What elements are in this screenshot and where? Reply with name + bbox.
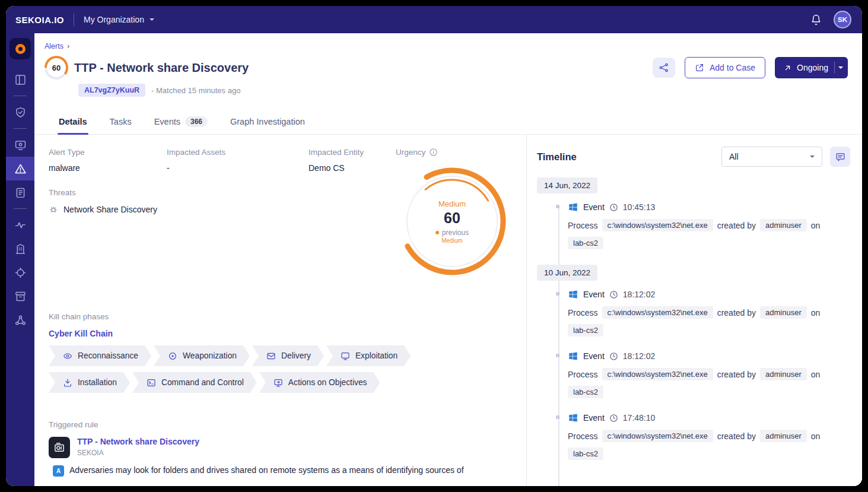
app-window: SEKOIA.IO My Organization SK <box>6 6 862 486</box>
process-label: Process <box>568 431 598 441</box>
sidebar-item-alerts[interactable] <box>6 157 34 180</box>
phase-label: Delivery <box>281 351 311 360</box>
sidebar-item-operations[interactable] <box>6 133 34 157</box>
sidebar-item-organization[interactable] <box>6 237 34 261</box>
on-label: on <box>811 431 821 441</box>
phase-chip-command-and-control[interactable]: Command and Control <box>132 372 257 393</box>
clock-icon <box>609 203 618 212</box>
host-chip[interactable]: lab-cs2 <box>568 324 603 337</box>
triggered-rule-section: Triggered rule TTP - Network share Disco… <box>49 420 512 477</box>
rule-title-link[interactable]: TTP - Network share Discovery <box>77 437 199 446</box>
urgency-widget: Urgency Medium <box>396 148 511 278</box>
chevron-down-icon <box>810 155 815 160</box>
process-path-chip[interactable]: c:\windows\system32\net.exe <box>602 219 713 231</box>
tab-details[interactable]: Details <box>58 111 88 134</box>
user-chip[interactable]: adminuser <box>760 368 807 380</box>
alert-score-value: 60 <box>47 58 66 77</box>
attack-framework-icon: A <box>53 465 64 477</box>
phase-chip-reconnaissance[interactable]: Reconnaissance <box>49 345 151 366</box>
user-chip[interactable]: adminuser <box>760 430 807 442</box>
notifications-bell-icon[interactable] <box>810 14 822 26</box>
sidebar-item-shield[interactable] <box>6 100 34 124</box>
tab-tasks[interactable]: Tasks <box>109 111 133 134</box>
add-to-case-button[interactable]: Add to Case <box>685 57 765 78</box>
topbar-divider <box>74 13 74 26</box>
phase-label: Command and Control <box>161 378 244 387</box>
event-time: 18:12:02 <box>623 351 656 361</box>
crosshair-icon <box>14 266 27 279</box>
windows-icon <box>568 351 578 361</box>
chevron-down-icon <box>150 18 154 23</box>
phase-chip-actions-on-objectives[interactable]: Actions on Objectives <box>259 372 380 393</box>
graph-view-button[interactable] <box>653 58 675 78</box>
sidebar-item-dashboard[interactable] <box>6 68 34 91</box>
urgency-label: Urgency <box>396 148 425 157</box>
host-chip[interactable]: lab-cs2 <box>568 237 603 249</box>
rule-catalog-icon <box>49 437 70 458</box>
process-path-chip[interactable]: c:\windows\system32\net.exe <box>602 368 713 380</box>
user-chip[interactable]: adminuser <box>760 219 807 231</box>
urgency-gauge: Medium 60 previous Medium <box>396 165 508 278</box>
org-selector[interactable]: My Organization <box>84 15 154 24</box>
phase-label: Weaponization <box>183 351 237 360</box>
host-chip[interactable]: lab-cs2 <box>568 447 603 460</box>
phase-chip-exploitation[interactable]: Exploitation <box>326 345 411 366</box>
process-path-chip[interactable]: c:\windows\system32\net.exe <box>602 306 713 319</box>
brand-logo[interactable]: SEKOIA.IO <box>15 15 64 25</box>
user-chip[interactable]: adminuser <box>760 306 807 319</box>
phase-label: Installation <box>78 378 117 387</box>
sekoia-logo-icon[interactable] <box>9 38 31 59</box>
sidebar-divider <box>14 96 27 96</box>
network-nodes-icon <box>14 314 27 326</box>
phase-label: Exploitation <box>355 351 398 360</box>
sidebar-divider <box>14 208 27 209</box>
phase-chip-installation[interactable]: Installation <box>49 372 130 393</box>
breadcrumb-alerts-link[interactable]: Alerts <box>44 42 63 50</box>
timeline-event: Event 10:45:13 Process c:\windows\system… <box>537 202 850 249</box>
events-count-badge: 366 <box>185 116 208 127</box>
created-by-label: created by <box>717 308 756 318</box>
chevron-down-icon[interactable] <box>838 66 843 71</box>
status-label: Ongoing <box>797 63 828 72</box>
alert-type-value: malware <box>49 163 167 173</box>
monitor-icon <box>14 139 27 151</box>
details-panel: Alert Type malware Impacted Assets - Imp… <box>34 135 527 486</box>
alert-id-badge[interactable]: AL7vgZ7yKuuR <box>78 84 145 97</box>
sidebar-item-hunting[interactable] <box>6 261 34 284</box>
host-chip[interactable]: lab-cs2 <box>568 386 603 398</box>
comments-button[interactable] <box>830 147 850 167</box>
tab-events[interactable]: Events 366 <box>153 111 209 134</box>
timeline-title: Timeline <box>537 151 721 163</box>
timeline-dot <box>556 415 559 419</box>
threat-item[interactable]: Network Share Discovery <box>49 205 396 214</box>
event-label: Event <box>583 413 605 423</box>
user-avatar[interactable]: SK <box>834 11 851 28</box>
chevron-right-icon: › <box>67 42 69 50</box>
comment-icon <box>835 152 845 162</box>
status-button[interactable]: Ongoing <box>775 57 848 78</box>
sidebar-item-intelligence[interactable] <box>6 213 34 237</box>
previous-label: previous <box>442 228 469 237</box>
malware-icon <box>49 205 58 214</box>
sidebar-item-cases[interactable] <box>6 180 34 204</box>
phase-chip-weaponization[interactable]: Weaponization <box>154 345 250 366</box>
process-label: Process <box>568 221 598 230</box>
phase-chip-delivery[interactable]: Delivery <box>252 345 324 366</box>
sidebar-item-archive[interactable] <box>6 284 34 308</box>
killchain-name-link[interactable]: Cyber Kill Chain <box>49 329 512 338</box>
impacted-entity-value: Demo CS <box>309 163 396 173</box>
case-arrow-icon <box>695 63 704 72</box>
clock-icon <box>609 352 618 361</box>
info-icon[interactable] <box>429 148 438 157</box>
button-divider <box>834 62 835 74</box>
tab-graph-investigation[interactable]: Graph Investigation <box>229 111 306 134</box>
urgency-value: 60 <box>444 210 460 227</box>
shield-check-icon <box>14 106 27 119</box>
timeline-filter-select[interactable]: All <box>721 147 822 167</box>
process-label: Process <box>568 308 598 318</box>
on-label: on <box>811 221 821 230</box>
killchain-section: Kill chain phases Cyber Kill Chain Recon… <box>49 312 512 393</box>
monitor-icon <box>341 351 350 361</box>
sidebar-item-community[interactable] <box>6 308 34 332</box>
process-path-chip[interactable]: c:\windows\system32\net.exe <box>602 430 713 442</box>
